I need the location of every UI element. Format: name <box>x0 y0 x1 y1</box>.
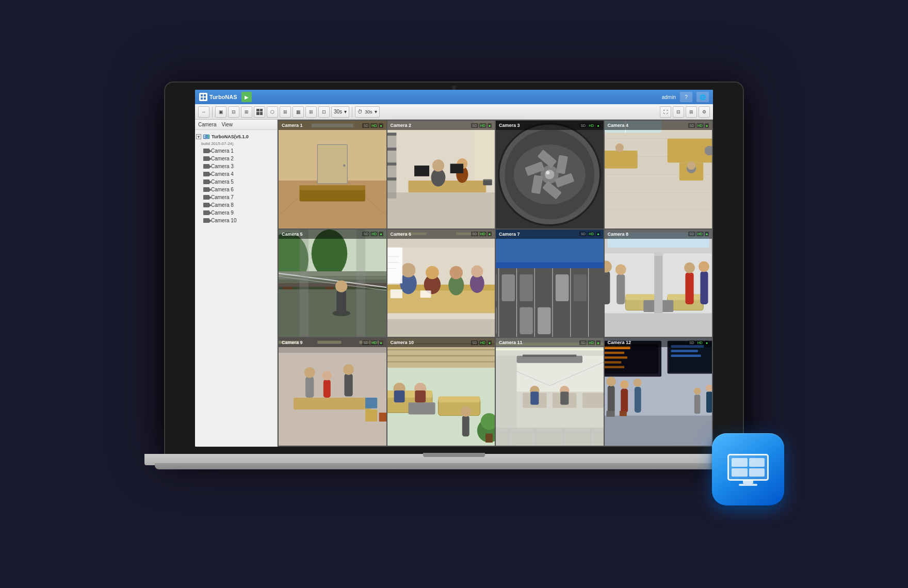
cam3-icon <box>203 164 209 169</box>
laptop: TurboNAS ▶ admin ? 🌐 ↔ ▣ ⊟ ⊞ <box>144 83 764 505</box>
svg-point-18 <box>343 165 346 167</box>
timer-dropdown[interactable]: ⏱ 30s ▾ <box>355 106 380 118</box>
help-button[interactable]: ? <box>680 92 692 102</box>
svg-rect-20 <box>387 192 495 228</box>
svg-rect-190 <box>462 416 469 437</box>
svg-rect-122 <box>496 307 497 334</box>
cam5-text: Camera 5 <box>282 232 303 237</box>
camera-cell-6[interactable]: Camera 6 SD HD ● <box>387 230 495 337</box>
cam10-label-bar: Camera 10 SD HD ● <box>387 338 495 347</box>
cam9-ind2: HD <box>370 340 378 345</box>
layout-9-btn[interactable]: ⊞ <box>280 106 291 118</box>
camera-cell-2[interactable]: Camera 2 SD HD ● <box>387 121 495 228</box>
cam4-label-bar: Camera 4 SD HD ● <box>605 121 712 130</box>
svg-rect-88 <box>387 319 495 337</box>
cam7-icon <box>203 195 209 200</box>
sidebar-item-cam3[interactable]: Camera 3 <box>195 162 277 170</box>
svg-rect-118 <box>520 274 533 301</box>
svg-rect-129 <box>605 313 712 337</box>
play-button[interactable]: ▶ <box>241 92 252 102</box>
layout-custom-btn[interactable]: ⊡ <box>318 106 330 118</box>
svg-rect-6 <box>204 137 205 138</box>
svg-rect-32 <box>450 164 463 173</box>
camera-cell-4[interactable]: Camera 4 SD HD ● <box>605 121 712 228</box>
cam9-label-bar: Camera 9 SD HD ● <box>279 338 386 347</box>
camera-cell-8[interactable]: Camera 8 SD HD ● <box>605 230 712 337</box>
svg-rect-195 <box>496 349 604 350</box>
svg-point-46 <box>545 170 555 179</box>
layout-12-btn[interactable]: ▦ <box>293 106 304 118</box>
svg-point-96 <box>449 266 463 279</box>
cam5-ind2: HD <box>370 232 378 236</box>
svg-rect-229 <box>607 386 614 413</box>
camera-cell-3[interactable]: Camera 3 SD HD ● <box>496 121 604 228</box>
fullscreen-btn[interactable]: ⛶ <box>660 106 671 118</box>
monitor-quad-1 <box>732 458 748 467</box>
layout-2v-btn[interactable]: ⊞ <box>241 106 252 118</box>
sidebar-menu-camera[interactable]: Camera <box>198 122 217 127</box>
sidebar-item-cam5[interactable]: Camera 5 <box>195 178 277 186</box>
cam8-icon <box>203 203 209 207</box>
cam1-label: Camera 1 <box>211 148 234 154</box>
layout-1-btn[interactable]: ▣ <box>215 106 226 118</box>
cam3-ind2: HD <box>588 123 595 128</box>
sidebar-root[interactable]: ▼ <box>195 132 277 141</box>
svg-rect-221 <box>605 362 621 364</box>
laptop-hinge <box>423 453 485 457</box>
camera-cell-12[interactable]: Camera 12 SD HD ● <box>605 338 712 446</box>
sidebar-item-cam6[interactable]: Camera 6 <box>195 186 277 193</box>
svg-rect-5 <box>204 135 205 136</box>
cam4-label: Camera 4 <box>211 171 234 177</box>
camera-cell-9[interactable]: Camera 9 SD HD ● <box>279 338 386 446</box>
sidebar-item-cam8[interactable]: Camera 8 <box>195 201 277 209</box>
svg-rect-2 <box>201 97 203 100</box>
svg-point-94 <box>426 266 439 279</box>
svg-rect-214 <box>560 392 569 405</box>
camera-cell-7[interactable]: Camera 7 SD HD ● <box>496 230 604 337</box>
settings-btn[interactable]: ⚙ <box>699 106 710 118</box>
sidebar-item-cam2[interactable]: Camera 2 <box>195 155 277 162</box>
cam3-indicators: SD HD ● <box>579 123 600 128</box>
svg-rect-239 <box>706 392 712 413</box>
svg-rect-23 <box>387 148 396 151</box>
sidebar-item-cam1[interactable]: Camera 1 <box>195 147 277 155</box>
svg-rect-222 <box>605 366 624 369</box>
interval-dropdown[interactable]: 30s ▾ <box>331 106 349 118</box>
svg-rect-147 <box>279 338 386 446</box>
svg-rect-200 <box>523 355 576 357</box>
app-icon[interactable] <box>712 433 784 505</box>
network-button[interactable]: 🌐 <box>696 92 709 102</box>
split-btn[interactable]: ⊟ <box>673 106 684 118</box>
sidebar-item-cam7[interactable]: Camera 7 <box>195 193 277 201</box>
layout-4-btn[interactable] <box>254 106 265 118</box>
layout-16-btn[interactable]: ⊞ <box>305 106 317 118</box>
cam2-icon <box>203 156 209 161</box>
expand-root[interactable]: ▼ <box>196 134 201 139</box>
cam10-icon <box>203 218 209 223</box>
sidebar-item-cam4[interactable]: Camera 4 <box>195 170 277 178</box>
camera-cell-11[interactable]: Camera 11 SD HD ● <box>496 338 604 446</box>
cam2-ind2: HD <box>479 123 487 128</box>
sidebar-item-cam10[interactable]: Camera 10 <box>195 217 277 224</box>
camera-cell-1[interactable]: Camera 1 SD HD ● <box>279 121 386 228</box>
svg-point-28 <box>432 159 444 171</box>
sidebar-menu-view[interactable]: View <box>222 122 233 127</box>
svg-rect-1 <box>204 94 206 96</box>
layout-6-btn[interactable]: ⬡ <box>267 106 278 118</box>
layout-2h-btn[interactable]: ⊟ <box>228 106 239 118</box>
cam7-ind3: ● <box>596 232 600 236</box>
camera-cell-10[interactable]: Camera 10 SD HD ● <box>387 338 495 446</box>
sidebar-item-cam9[interactable]: Camera 9 <box>195 209 277 217</box>
cam11-label-bar: Camera 11 SD HD ● <box>496 338 604 347</box>
cam7-ind1: SD <box>579 232 587 236</box>
svg-rect-120 <box>556 274 569 301</box>
laptop-bezel: TurboNAS ▶ admin ? 🌐 ↔ ▣ ⊟ ⊞ <box>165 83 743 454</box>
svg-rect-79 <box>299 230 308 337</box>
cam1-ind2: HD <box>370 123 378 128</box>
layout-arrows-btn[interactable]: ↔ <box>198 106 209 118</box>
svg-point-47 <box>546 171 549 174</box>
main-area: Camera View ▼ <box>195 120 713 447</box>
camera-cell-5[interactable]: Camera 5 SD HD ● <box>279 230 386 337</box>
svg-rect-184 <box>394 390 404 402</box>
grid-view-btn[interactable]: ⊞ <box>686 106 697 118</box>
